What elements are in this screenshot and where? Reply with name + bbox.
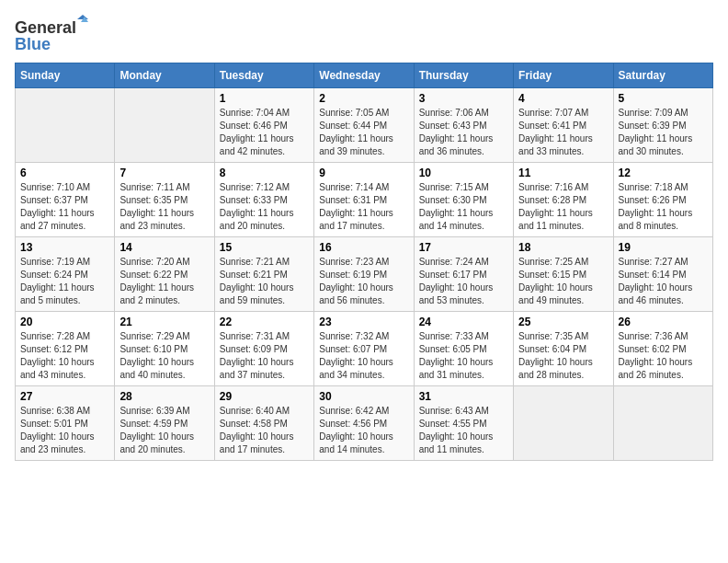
- day-cell: 3Sunrise: 7:06 AM Sunset: 6:43 PM Daylig…: [414, 88, 513, 163]
- day-info: Sunrise: 7:20 AM Sunset: 6:22 PM Dayligh…: [119, 256, 209, 307]
- day-cell: 2Sunrise: 7:05 AM Sunset: 6:44 PM Daylig…: [314, 88, 414, 163]
- day-number: 29: [220, 390, 309, 403]
- day-cell: 26Sunrise: 7:36 AM Sunset: 6:02 PM Dayli…: [613, 312, 712, 386]
- day-number: 30: [319, 390, 408, 403]
- header-cell-wednesday: Wednesday: [314, 63, 414, 88]
- day-cell: 18Sunrise: 7:25 AM Sunset: 6:15 PM Dayli…: [514, 237, 613, 312]
- day-number: 27: [20, 390, 109, 403]
- day-number: 22: [220, 316, 309, 328]
- day-cell: 22Sunrise: 7:31 AM Sunset: 6:09 PM Dayli…: [214, 312, 313, 386]
- day-info: Sunrise: 6:40 AM Sunset: 4:58 PM Dayligh…: [220, 405, 309, 456]
- day-cell: 21Sunrise: 7:29 AM Sunset: 6:10 PM Dayli…: [115, 312, 214, 386]
- day-cell: 24Sunrise: 7:33 AM Sunset: 6:05 PM Dayli…: [414, 312, 513, 386]
- day-cell: 6Sunrise: 7:10 AM Sunset: 6:37 PM Daylig…: [16, 163, 115, 237]
- day-info: Sunrise: 7:25 AM Sunset: 6:15 PM Dayligh…: [518, 256, 608, 307]
- day-info: Sunrise: 7:28 AM Sunset: 6:12 PM Dayligh…: [20, 330, 109, 382]
- day-info: Sunrise: 7:36 AM Sunset: 6:02 PM Dayligh…: [619, 330, 708, 382]
- logo: GeneralBlue: [15, 15, 88, 52]
- calendar-header: SundayMondayTuesdayWednesdayThursdayFrid…: [16, 63, 713, 88]
- day-number: 24: [419, 316, 508, 328]
- day-info: Sunrise: 7:27 AM Sunset: 6:14 PM Dayligh…: [619, 256, 708, 307]
- day-info: Sunrise: 6:39 AM Sunset: 4:59 PM Dayligh…: [119, 405, 209, 456]
- day-number: 13: [20, 241, 109, 254]
- day-number: 10: [419, 167, 508, 179]
- day-cell: 7Sunrise: 7:11 AM Sunset: 6:35 PM Daylig…: [115, 163, 214, 237]
- day-cell: 12Sunrise: 7:18 AM Sunset: 6:26 PM Dayli…: [613, 163, 712, 237]
- day-cell: 10Sunrise: 7:15 AM Sunset: 6:30 PM Dayli…: [414, 163, 513, 237]
- day-number: 8: [220, 167, 309, 179]
- day-cell: 27Sunrise: 6:38 AM Sunset: 5:01 PM Dayli…: [16, 386, 115, 461]
- day-info: Sunrise: 7:11 AM Sunset: 6:35 PM Dayligh…: [119, 181, 209, 233]
- day-number: 31: [419, 390, 508, 403]
- day-cell: 15Sunrise: 7:21 AM Sunset: 6:21 PM Dayli…: [214, 237, 313, 312]
- day-cell: 9Sunrise: 7:14 AM Sunset: 6:31 PM Daylig…: [314, 163, 414, 237]
- day-info: Sunrise: 7:09 AM Sunset: 6:39 PM Dayligh…: [619, 107, 708, 158]
- day-cell: 1Sunrise: 7:04 AM Sunset: 6:46 PM Daylig…: [214, 88, 313, 163]
- day-cell: [115, 88, 214, 163]
- day-cell: 16Sunrise: 7:23 AM Sunset: 6:19 PM Dayli…: [314, 237, 414, 312]
- day-info: Sunrise: 7:10 AM Sunset: 6:37 PM Dayligh…: [20, 181, 109, 233]
- day-info: Sunrise: 7:29 AM Sunset: 6:10 PM Dayligh…: [119, 330, 209, 382]
- day-number: 3: [419, 92, 508, 105]
- header-cell-thursday: Thursday: [414, 63, 513, 88]
- logo-svg: GeneralBlue: [15, 15, 88, 52]
- day-number: 2: [319, 92, 408, 105]
- header-row: SundayMondayTuesdayWednesdayThursdayFrid…: [16, 63, 713, 88]
- day-number: 14: [119, 241, 209, 254]
- day-info: Sunrise: 6:38 AM Sunset: 5:01 PM Dayligh…: [20, 405, 109, 456]
- day-info: Sunrise: 6:42 AM Sunset: 4:56 PM Dayligh…: [319, 405, 408, 456]
- day-number: 9: [319, 167, 408, 179]
- day-number: 26: [619, 316, 708, 328]
- day-cell: 4Sunrise: 7:07 AM Sunset: 6:41 PM Daylig…: [514, 88, 613, 163]
- day-number: 7: [119, 167, 209, 179]
- svg-text:General: General: [15, 18, 76, 37]
- day-cell: 20Sunrise: 7:28 AM Sunset: 6:12 PM Dayli…: [16, 312, 115, 386]
- day-info: Sunrise: 7:18 AM Sunset: 6:26 PM Dayligh…: [619, 181, 708, 233]
- day-info: Sunrise: 7:32 AM Sunset: 6:07 PM Dayligh…: [319, 330, 408, 382]
- week-row-4: 20Sunrise: 7:28 AM Sunset: 6:12 PM Dayli…: [16, 312, 713, 386]
- day-number: 20: [20, 316, 109, 328]
- day-info: Sunrise: 7:16 AM Sunset: 6:28 PM Dayligh…: [518, 181, 608, 233]
- day-info: Sunrise: 7:15 AM Sunset: 6:30 PM Dayligh…: [419, 181, 508, 233]
- day-info: Sunrise: 7:31 AM Sunset: 6:09 PM Dayligh…: [220, 330, 309, 382]
- page-header: GeneralBlue: [15, 15, 713, 52]
- day-info: Sunrise: 7:33 AM Sunset: 6:05 PM Dayligh…: [419, 330, 508, 382]
- day-number: 25: [518, 316, 608, 328]
- day-info: Sunrise: 7:24 AM Sunset: 6:17 PM Dayligh…: [419, 256, 508, 307]
- day-info: Sunrise: 7:35 AM Sunset: 6:04 PM Dayligh…: [518, 330, 608, 382]
- day-number: 18: [518, 241, 608, 254]
- week-row-5: 27Sunrise: 6:38 AM Sunset: 5:01 PM Dayli…: [16, 386, 713, 461]
- week-row-1: 1Sunrise: 7:04 AM Sunset: 6:46 PM Daylig…: [16, 88, 713, 163]
- day-info: Sunrise: 7:05 AM Sunset: 6:44 PM Dayligh…: [319, 107, 408, 158]
- header-cell-tuesday: Tuesday: [214, 63, 313, 88]
- day-cell: 11Sunrise: 7:16 AM Sunset: 6:28 PM Dayli…: [514, 163, 613, 237]
- calendar-table: SundayMondayTuesdayWednesdayThursdayFrid…: [15, 63, 713, 461]
- day-number: 4: [518, 92, 608, 105]
- week-row-3: 13Sunrise: 7:19 AM Sunset: 6:24 PM Dayli…: [16, 237, 713, 312]
- calendar-body: 1Sunrise: 7:04 AM Sunset: 6:46 PM Daylig…: [16, 88, 713, 461]
- day-number: 21: [119, 316, 209, 328]
- day-cell: 13Sunrise: 7:19 AM Sunset: 6:24 PM Dayli…: [16, 237, 115, 312]
- day-number: 19: [619, 241, 708, 254]
- day-cell: 28Sunrise: 6:39 AM Sunset: 4:59 PM Dayli…: [115, 386, 214, 461]
- day-info: Sunrise: 6:43 AM Sunset: 4:55 PM Dayligh…: [419, 405, 508, 456]
- day-cell: 8Sunrise: 7:12 AM Sunset: 6:33 PM Daylig…: [214, 163, 313, 237]
- header-cell-friday: Friday: [514, 63, 613, 88]
- day-cell: [16, 88, 115, 163]
- header-cell-saturday: Saturday: [613, 63, 712, 88]
- day-cell: [613, 386, 712, 461]
- header-cell-monday: Monday: [115, 63, 214, 88]
- day-cell: [514, 386, 613, 461]
- svg-marker-2: [77, 15, 88, 19]
- day-info: Sunrise: 7:04 AM Sunset: 6:46 PM Dayligh…: [220, 107, 309, 158]
- day-cell: 29Sunrise: 6:40 AM Sunset: 4:58 PM Dayli…: [214, 386, 313, 461]
- day-cell: 23Sunrise: 7:32 AM Sunset: 6:07 PM Dayli…: [314, 312, 414, 386]
- day-info: Sunrise: 7:19 AM Sunset: 6:24 PM Dayligh…: [20, 256, 109, 307]
- day-info: Sunrise: 7:14 AM Sunset: 6:31 PM Dayligh…: [319, 181, 408, 233]
- week-row-2: 6Sunrise: 7:10 AM Sunset: 6:37 PM Daylig…: [16, 163, 713, 237]
- day-number: 23: [319, 316, 408, 328]
- day-number: 15: [220, 241, 309, 254]
- day-number: 11: [518, 167, 608, 179]
- day-cell: 31Sunrise: 6:43 AM Sunset: 4:55 PM Dayli…: [414, 386, 513, 461]
- day-number: 28: [119, 390, 209, 403]
